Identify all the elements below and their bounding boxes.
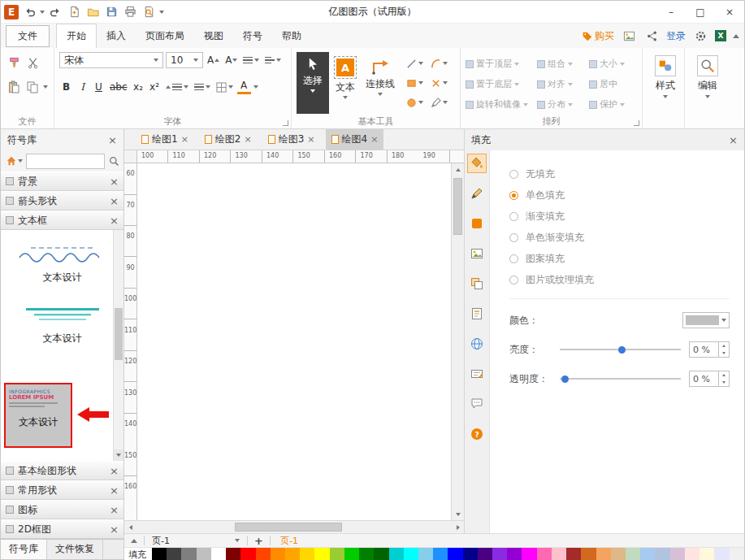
palette-swatch[interactable] bbox=[730, 548, 744, 560]
opacity-spin-buttons[interactable] bbox=[718, 371, 729, 386]
opacity-spinner[interactable]: 0 % bbox=[689, 371, 730, 387]
save-button[interactable] bbox=[103, 4, 119, 20]
pen-tool-button[interactable] bbox=[427, 93, 451, 112]
arc-tool-button[interactable] bbox=[427, 54, 451, 73]
symbol-library-close-icon[interactable]: × bbox=[108, 135, 117, 145]
palette-swatch[interactable] bbox=[256, 548, 271, 560]
radio-icon[interactable] bbox=[509, 276, 518, 284]
library-section-icons[interactable]: 图标 × bbox=[1, 500, 123, 519]
library-scrollbar-thumb[interactable] bbox=[115, 308, 123, 360]
palette-swatch[interactable] bbox=[226, 548, 240, 560]
format-painter-button[interactable] bbox=[6, 54, 22, 71]
opacity-slider-thumb[interactable] bbox=[561, 376, 569, 383]
tab-file[interactable]: 文件 bbox=[6, 25, 50, 47]
brightness-spinner[interactable]: 0 % bbox=[689, 341, 730, 358]
quick-shape-button[interactable] bbox=[467, 214, 487, 233]
rectangle-tool-button[interactable] bbox=[402, 73, 427, 93]
table-border-button[interactable] bbox=[214, 80, 235, 94]
library-section-textbox[interactable]: 文本框 × bbox=[1, 211, 123, 230]
library-section-basic-shapes[interactable]: 基本绘图形状 × bbox=[1, 461, 123, 480]
palette-swatch[interactable] bbox=[492, 548, 507, 560]
tab-symbol-library[interactable]: 符号库 bbox=[1, 540, 47, 559]
doc-tab-2[interactable]: 绘图2× bbox=[199, 129, 258, 150]
section-close-icon[interactable]: × bbox=[110, 485, 119, 496]
palette-swatch[interactable] bbox=[507, 548, 522, 560]
library-section-2d-blocks[interactable]: 2D框图 × bbox=[1, 519, 123, 539]
paste-button[interactable] bbox=[6, 79, 22, 95]
copy-button[interactable] bbox=[24, 79, 41, 95]
palette-swatch[interactable] bbox=[640, 548, 655, 560]
section-close-icon[interactable]: × bbox=[110, 196, 119, 206]
gallery-button[interactable] bbox=[621, 28, 637, 44]
palette-swatch[interactable] bbox=[626, 548, 640, 560]
section-close-icon[interactable]: × bbox=[110, 176, 119, 187]
brightness-spin-buttons[interactable] bbox=[718, 342, 729, 357]
help-button[interactable]: ? bbox=[467, 424, 487, 444]
fill-panel-close-icon[interactable]: × bbox=[729, 135, 738, 145]
library-scroll-down-button[interactable] bbox=[114, 449, 123, 461]
symbol-search-button[interactable] bbox=[107, 153, 120, 169]
comment-button[interactable] bbox=[467, 394, 487, 414]
line-tool-button[interactable] bbox=[402, 54, 427, 73]
palette-swatch[interactable] bbox=[685, 548, 700, 560]
palette-swatch[interactable] bbox=[655, 548, 669, 560]
horizontal-scroll-thumb[interactable] bbox=[235, 523, 342, 532]
drawing-canvas[interactable] bbox=[137, 163, 451, 520]
section-close-icon[interactable]: × bbox=[110, 466, 119, 476]
horizontal-scrollbar[interactable] bbox=[124, 520, 464, 533]
palette-swatch[interactable] bbox=[285, 548, 300, 560]
radio-icon[interactable] bbox=[509, 170, 518, 179]
doc-tab-close-icon[interactable]: × bbox=[307, 135, 314, 144]
bold-button[interactable]: B bbox=[59, 80, 73, 94]
palette-swatch[interactable] bbox=[596, 548, 611, 560]
insert-image-button[interactable] bbox=[467, 244, 487, 263]
opacity-slider[interactable] bbox=[560, 373, 681, 384]
paragraph-button[interactable] bbox=[263, 53, 283, 67]
fill-tool-button[interactable] bbox=[467, 154, 487, 173]
scroll-up-button[interactable] bbox=[452, 163, 464, 176]
maximize-button[interactable]: □ bbox=[686, 1, 715, 23]
strikethrough-button[interactable]: abc bbox=[108, 80, 129, 94]
qat-customize-icon[interactable] bbox=[159, 11, 164, 14]
palette-swatch[interactable] bbox=[300, 548, 314, 560]
hyperlink-button[interactable] bbox=[467, 334, 487, 354]
tab-help[interactable]: 帮助 bbox=[272, 24, 311, 48]
section-close-icon[interactable]: × bbox=[110, 215, 119, 226]
palette-swatch[interactable] bbox=[374, 548, 388, 560]
new-document-button[interactable] bbox=[66, 4, 82, 20]
palette-swatch[interactable] bbox=[463, 548, 478, 560]
library-scrollbar[interactable] bbox=[113, 230, 123, 461]
add-page-button[interactable]: + bbox=[251, 535, 266, 547]
font-color-button[interactable]: A bbox=[237, 80, 251, 94]
print-preview-button[interactable] bbox=[141, 4, 157, 20]
minimize-button[interactable]: – bbox=[656, 1, 686, 23]
palette-swatch[interactable] bbox=[167, 548, 181, 560]
style-button[interactable]: 样式 bbox=[648, 52, 683, 114]
arrange-dialog-launcher-icon[interactable] bbox=[634, 120, 639, 126]
fill-option-none[interactable]: 无填充 bbox=[509, 163, 730, 184]
palette-swatch[interactable] bbox=[404, 548, 418, 560]
bullet-list-button[interactable] bbox=[193, 80, 212, 94]
settings-button[interactable] bbox=[692, 28, 708, 44]
share-button[interactable] bbox=[643, 28, 660, 44]
redo-button[interactable] bbox=[47, 4, 63, 20]
brightness-slider-thumb[interactable] bbox=[618, 346, 626, 354]
palette-swatch[interactable] bbox=[537, 548, 552, 560]
line-style-button[interactable] bbox=[467, 184, 487, 203]
palette-swatch[interactable] bbox=[611, 548, 626, 560]
palette-swatch[interactable] bbox=[314, 548, 329, 560]
login-button[interactable]: 登录 bbox=[666, 29, 686, 43]
palette-swatch[interactable] bbox=[344, 548, 359, 560]
palette-swatch[interactable] bbox=[670, 548, 685, 560]
align-objects-button[interactable]: 对齐 bbox=[537, 74, 589, 94]
radio-icon[interactable] bbox=[509, 212, 518, 221]
note-button[interactable] bbox=[467, 304, 487, 323]
palette-swatch[interactable] bbox=[359, 548, 374, 560]
font-family-combo[interactable]: 宋体 bbox=[59, 52, 163, 68]
symbol-item-3-selected[interactable]: INFOGRAPHICS LOREM IPSUM 文本设计 bbox=[4, 383, 72, 448]
palette-swatch[interactable] bbox=[271, 548, 285, 560]
vertical-scrollbar[interactable] bbox=[451, 163, 464, 520]
tab-file-recovery[interactable]: 文件恢复 bbox=[47, 540, 103, 559]
page-select-dropdown[interactable]: 页-1 bbox=[148, 535, 244, 547]
section-close-icon[interactable]: × bbox=[110, 524, 119, 535]
